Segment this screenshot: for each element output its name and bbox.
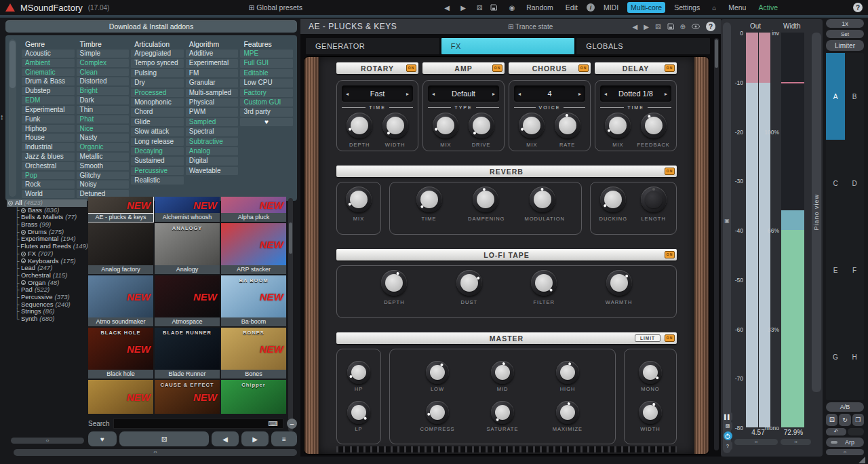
tag-item[interactable]: Sustained bbox=[131, 157, 184, 165]
tag-item[interactable]: Granular bbox=[186, 79, 239, 87]
tab-globals[interactable]: GLOBALS bbox=[576, 38, 710, 54]
bank-cell-h[interactable]: H bbox=[845, 313, 864, 400]
tag-item[interactable]: 3rd party bbox=[240, 108, 293, 116]
knob-high[interactable]: HIGH bbox=[550, 361, 585, 392]
value-selector[interactable]: ◂Dotted 1/8▸ bbox=[600, 85, 671, 102]
tag-item[interactable]: ♥ bbox=[240, 118, 293, 126]
preset-item[interactable]: BLADE RUNNERBlade Runner bbox=[155, 328, 220, 379]
bank-cell-e[interactable]: E bbox=[826, 227, 845, 313]
loop-icon[interactable]: ↻ bbox=[839, 414, 850, 426]
snapshot-icon[interactable]: ▨ bbox=[724, 422, 732, 430]
knob-dampening[interactable]: DAMPENING bbox=[468, 187, 503, 222]
knob-feedback[interactable]: FEEDBACK bbox=[636, 113, 671, 148]
randomize-icon[interactable]: ⚄ bbox=[826, 414, 837, 426]
limit-button[interactable]: LIMIT bbox=[635, 334, 660, 342]
tag-item[interactable]: Dark bbox=[77, 96, 130, 104]
info-icon[interactable]: i bbox=[587, 3, 595, 12]
tag-item[interactable]: Dubstep bbox=[22, 87, 75, 95]
selector-prev-icon[interactable]: ◂ bbox=[514, 91, 525, 97]
tag-item[interactable]: Wavetable bbox=[186, 167, 239, 175]
tag-item[interactable]: PWM bbox=[186, 108, 239, 116]
tag-item[interactable]: Complex bbox=[77, 59, 130, 67]
knob-low[interactable]: LOW bbox=[420, 361, 455, 392]
bank-cell-b[interactable]: B bbox=[845, 53, 864, 140]
preset-item[interactable]: NEWARP stacker bbox=[221, 223, 286, 274]
tag-item[interactable]: Simple bbox=[77, 50, 130, 58]
prev-preset-icon[interactable]: ◀ bbox=[441, 4, 452, 12]
tag-item[interactable]: Smooth bbox=[77, 162, 130, 170]
tag-item[interactable]: Physical bbox=[186, 98, 239, 107]
value-selector[interactable]: ◂Default▸ bbox=[428, 85, 499, 102]
save-icon[interactable] bbox=[490, 4, 501, 11]
help-icon[interactable]: ? bbox=[853, 3, 863, 12]
tag-item[interactable]: Drum & Bass bbox=[22, 77, 75, 85]
tag-item[interactable]: Orchestral bbox=[22, 162, 75, 170]
tag-item[interactable]: Acoustic bbox=[22, 50, 75, 58]
on-led-button[interactable]: ON bbox=[665, 168, 675, 175]
value-selector[interactable]: ◂4▸ bbox=[514, 85, 585, 102]
knob-mix[interactable]: MIX bbox=[600, 113, 635, 148]
tag-item[interactable]: Processed bbox=[131, 89, 184, 97]
expander-icon[interactable]: + bbox=[21, 208, 26, 213]
tag-item[interactable]: Analog bbox=[186, 147, 239, 155]
settings-button[interactable]: Settings bbox=[671, 2, 703, 13]
grid-vscrollbar[interactable] bbox=[288, 198, 293, 431]
help-icon[interactable]: ? bbox=[706, 22, 715, 31]
knob-width[interactable]: WIDTH bbox=[633, 401, 668, 432]
knob-warmth[interactable]: WARMTH bbox=[601, 270, 637, 317]
collapse-button[interactable]: – bbox=[287, 419, 297, 429]
selector-prev-icon[interactable]: ◂ bbox=[600, 91, 611, 97]
preset-item[interactable]: NEWAlchemist whoosh bbox=[155, 197, 220, 222]
knob-hp[interactable]: HP bbox=[341, 361, 376, 392]
selector-next-icon[interactable]: ▸ bbox=[660, 91, 671, 97]
browser-hscrollbar[interactable]: ‹› bbox=[14, 449, 297, 456]
bank-cell-f[interactable]: F bbox=[845, 227, 864, 313]
expander-icon[interactable]: + bbox=[21, 258, 26, 263]
tag-item[interactable]: Experimental bbox=[186, 59, 239, 67]
on-led-button[interactable]: ON bbox=[665, 64, 675, 72]
knob-dust[interactable]: DUST bbox=[452, 270, 487, 317]
dice-icon[interactable]: ⚄ bbox=[655, 23, 661, 31]
eye-icon[interactable] bbox=[692, 24, 700, 29]
preset-item[interactable]: ANALOGYAnalogy bbox=[155, 223, 220, 274]
globe-icon[interactable]: ◉ bbox=[507, 4, 517, 12]
selector-next-icon[interactable]: ▸ bbox=[488, 91, 499, 97]
bank-cell-a[interactable]: A bbox=[826, 53, 845, 140]
add-icon[interactable]: ⊕ bbox=[680, 23, 686, 31]
home-icon[interactable]: ⌂ bbox=[709, 4, 719, 12]
prev-icon[interactable]: ◀ bbox=[633, 23, 638, 31]
knob-time[interactable]: TIME bbox=[412, 187, 447, 222]
tag-item[interactable]: Experimental bbox=[22, 106, 75, 114]
tag-item[interactable]: Glide bbox=[131, 118, 184, 126]
on-led-button[interactable]: ON bbox=[406, 64, 416, 72]
tag-item[interactable]: Distorted bbox=[77, 77, 130, 85]
tag-item[interactable]: Decaying bbox=[131, 147, 184, 155]
collapse-meter-icon[interactable]: ▣ bbox=[724, 218, 730, 224]
bank-cell-d[interactable]: D bbox=[845, 140, 864, 227]
out-meter-hscrollbar[interactable]: ‹› bbox=[734, 439, 778, 445]
knob-saturate[interactable]: SATURATE bbox=[485, 401, 520, 432]
expander-icon[interactable]: + bbox=[8, 201, 13, 206]
tag-item[interactable]: Tempo synced bbox=[131, 59, 184, 67]
tag-item[interactable]: Organic bbox=[77, 143, 130, 151]
limiter-button[interactable]: Limiter bbox=[826, 40, 864, 51]
arp-button[interactable]: Arp bbox=[826, 438, 864, 447]
keyboard-icon[interactable]: ⌨ bbox=[269, 420, 278, 427]
tag-item[interactable]: Multi-sampled bbox=[186, 89, 239, 97]
tag-item[interactable]: Slow attack bbox=[131, 128, 184, 136]
main-vscrollbar[interactable] bbox=[714, 38, 719, 450]
tag-item[interactable]: Ambient bbox=[22, 59, 75, 67]
knob-ducking[interactable]: DUCKING bbox=[595, 187, 631, 222]
selector-prev-icon[interactable]: ◂ bbox=[342, 91, 353, 97]
expander-icon[interactable]: + bbox=[21, 230, 26, 235]
tag-item[interactable]: Nasty bbox=[77, 134, 130, 142]
tree-item[interactable]: ├Orchestral(115) bbox=[7, 272, 88, 279]
generator-preset-chip[interactable]: ⊞ Trance state bbox=[508, 23, 553, 31]
active-toggle[interactable]: Active bbox=[755, 2, 781, 13]
save-icon[interactable] bbox=[667, 23, 674, 30]
prev-preset-button[interactable]: ◀ bbox=[212, 431, 239, 446]
selector-prev-icon[interactable]: ◂ bbox=[428, 91, 439, 97]
copy-icon[interactable]: ❐ bbox=[852, 414, 864, 426]
next-preset-icon[interactable]: ▶ bbox=[458, 4, 469, 12]
preset-item[interactable]: BLACK HOLENEWBlack hole bbox=[88, 328, 153, 379]
